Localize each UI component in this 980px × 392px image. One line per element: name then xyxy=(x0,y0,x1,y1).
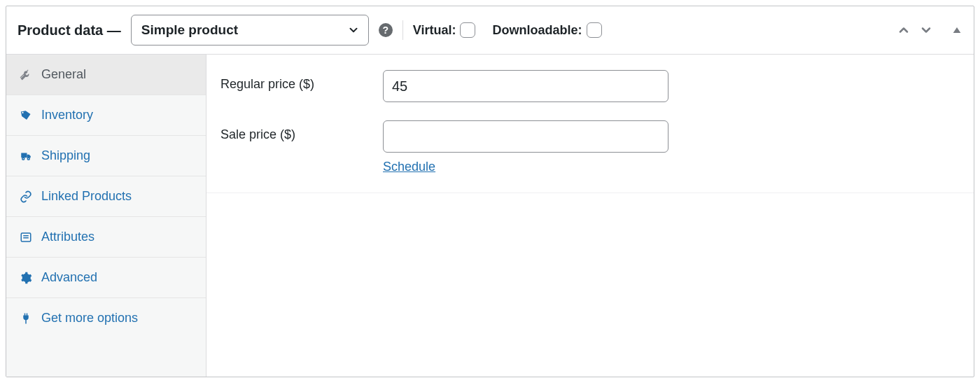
svg-point-2 xyxy=(27,158,29,160)
truck-icon xyxy=(19,149,33,163)
gear-icon xyxy=(19,271,33,285)
divider xyxy=(206,192,974,193)
sale-price-row: Sale price ($) Schedule xyxy=(220,120,960,174)
sidebar: General Inventory Shipping Linked Produc… xyxy=(6,55,206,377)
sidebar-item-label: Inventory xyxy=(41,108,93,122)
sidebar-item-label: Linked Products xyxy=(41,189,132,204)
content-area: Regular price ($) Sale price ($) Schedul… xyxy=(206,55,974,377)
collapse-button[interactable] xyxy=(951,24,962,36)
sidebar-item-advanced[interactable]: Advanced xyxy=(6,258,206,298)
product-type-select[interactable]: Simple product xyxy=(131,15,369,46)
sidebar-item-label: Get more options xyxy=(41,311,138,326)
sidebar-item-shipping[interactable]: Shipping xyxy=(6,136,206,176)
sale-price-label: Sale price ($) xyxy=(220,120,383,142)
panel-title: Product data — xyxy=(18,22,121,38)
regular-price-input[interactable] xyxy=(383,70,668,102)
sidebar-item-label: Shipping xyxy=(41,148,90,163)
downloadable-option: Downloadable: xyxy=(492,22,601,38)
downloadable-checkbox[interactable] xyxy=(587,22,602,38)
wrench-icon xyxy=(19,68,33,82)
sidebar-item-label: General xyxy=(41,67,86,82)
sale-price-input[interactable] xyxy=(383,120,668,153)
tag-icon xyxy=(19,108,33,122)
regular-price-label: Regular price ($) xyxy=(220,70,383,92)
virtual-option: Virtual: xyxy=(413,22,476,38)
plug-icon xyxy=(19,312,33,326)
sidebar-item-inventory[interactable]: Inventory xyxy=(6,95,206,136)
sidebar-item-attributes[interactable]: Attributes xyxy=(6,217,206,258)
product-data-panel: Product data — Simple product ? Virtual:… xyxy=(6,6,974,377)
virtual-checkbox[interactable] xyxy=(460,22,475,38)
panel-body: General Inventory Shipping Linked Produc… xyxy=(6,55,974,377)
move-up-button[interactable] xyxy=(897,23,911,37)
downloadable-label: Downloadable: xyxy=(492,23,582,38)
panel-header: Product data — Simple product ? Virtual:… xyxy=(6,6,974,55)
sidebar-item-general[interactable]: General xyxy=(6,55,206,95)
schedule-link[interactable]: Schedule xyxy=(383,160,435,174)
chevron-down-icon xyxy=(347,24,360,36)
regular-price-row: Regular price ($) xyxy=(220,70,960,102)
sidebar-item-get-more-options[interactable]: Get more options xyxy=(6,298,206,338)
svg-point-1 xyxy=(22,158,24,160)
sidebar-item-label: Attributes xyxy=(41,230,94,244)
help-icon[interactable]: ? xyxy=(379,23,393,37)
move-down-button[interactable] xyxy=(919,23,933,37)
virtual-label: Virtual: xyxy=(413,23,456,38)
product-type-value: Simple product xyxy=(141,22,238,38)
sidebar-item-label: Advanced xyxy=(41,270,97,285)
separator xyxy=(402,20,403,40)
panel-controls xyxy=(897,23,962,37)
svg-marker-0 xyxy=(953,27,961,33)
sidebar-item-linked-products[interactable]: Linked Products xyxy=(6,176,206,217)
link-icon xyxy=(19,190,33,204)
list-icon xyxy=(19,230,33,244)
